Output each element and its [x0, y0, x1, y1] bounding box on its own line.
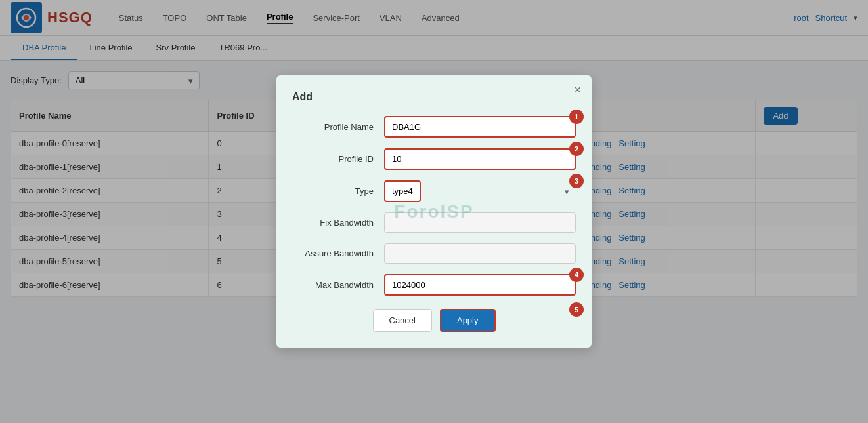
step-badge-3: 3 [569, 174, 584, 188]
modal-title: Add [292, 91, 576, 103]
max-bandwidth-label: Max Bandwidth [292, 280, 384, 290]
step-badge-2: 2 [569, 142, 584, 156]
step-badge-5: 5 [569, 302, 584, 308]
type-select[interactable]: type1 type2 type3 type4 type5 [384, 180, 421, 202]
profile-id-row: Profile ID 2 [292, 148, 576, 170]
modal-close-button[interactable]: × [574, 83, 581, 97]
profile-id-label: Profile ID [292, 154, 384, 164]
profile-id-input[interactable] [384, 148, 576, 170]
max-bandwidth-row: Max Bandwidth 4 [292, 274, 576, 296]
profile-name-row: Profile Name 1 [292, 116, 576, 138]
modal-add: Add × ForoISP Profile Name 1 Profile ID … [276, 75, 592, 308]
modal-overlay: Add × ForoISP Profile Name 1 Profile ID … [0, 0, 868, 308]
type-select-wrapper: type1 type2 type3 type4 type5 [384, 180, 576, 202]
type-row: Type type1 type2 type3 type4 type5 3 [292, 180, 576, 202]
step-badge-4: 4 [569, 268, 584, 282]
assure-bandwidth-label: Assure Bandwidth [292, 249, 384, 258]
step-badge-1: 1 [569, 110, 584, 124]
fix-bandwidth-input[interactable] [384, 212, 576, 233]
max-bandwidth-input[interactable] [384, 274, 576, 296]
fix-bandwidth-label: Fix Bandwidth [292, 218, 384, 228]
profile-name-label: Profile Name [292, 122, 384, 132]
fix-bandwidth-row: Fix Bandwidth [292, 212, 576, 233]
assure-bandwidth-row: Assure Bandwidth [292, 243, 576, 264]
profile-name-input[interactable] [384, 116, 576, 138]
type-label: Type [292, 186, 384, 196]
assure-bandwidth-input[interactable] [384, 243, 576, 264]
